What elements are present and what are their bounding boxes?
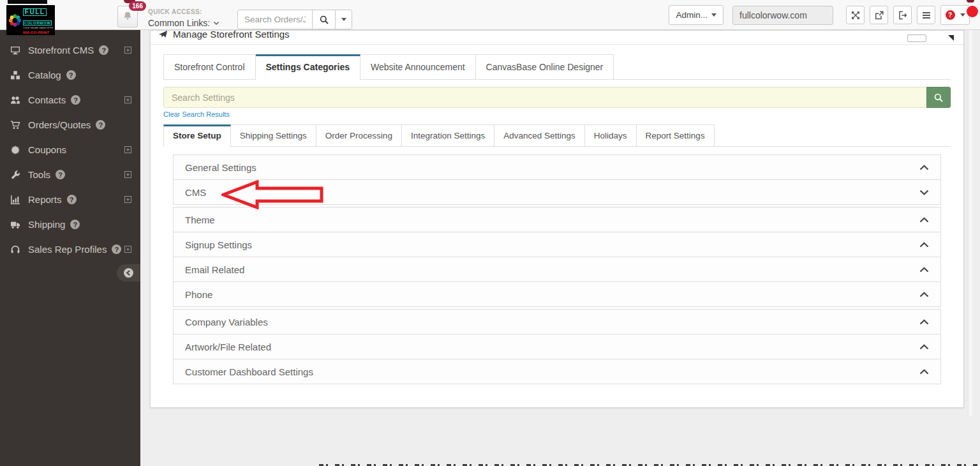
logo-text: FULL COLORWOW YOUR ONLINE ONESTOP PRINTS…: [23, 6, 53, 35]
common-links-dropdown[interactable]: Common Links:: [148, 18, 219, 28]
chevron-up-icon[interactable]: [919, 292, 929, 297]
topbar-right-group: Admin... fullcolorwow.com: [669, 5, 970, 25]
admin-menu-button[interactable]: Admin...: [669, 5, 724, 25]
notifications-button[interactable]: 166: [117, 6, 138, 27]
bell-icon: [122, 11, 133, 21]
category-tab-report-settings[interactable]: Report Settings: [637, 124, 715, 146]
chevron-down-icon[interactable]: [919, 190, 929, 195]
magnifier-icon: [319, 15, 329, 25]
help-icon[interactable]: ?: [70, 220, 80, 229]
fullscreen-button[interactable]: [846, 6, 865, 24]
panel-collapse-button[interactable]: [907, 34, 926, 42]
category-tab-shipping-settings[interactable]: Shipping Settings: [231, 124, 316, 146]
company-logo[interactable]: FULL COLORWOW YOUR ONLINE ONESTOP PRINTS…: [6, 5, 55, 35]
category-tab-order-processing[interactable]: Order Processing: [316, 124, 402, 146]
settings-search-input[interactable]: [163, 87, 927, 108]
wrench-icon: [9, 170, 21, 180]
collapse-left-icon: [123, 267, 134, 278]
expand-plus-icon[interactable]: [124, 246, 131, 253]
open-site-button[interactable]: [870, 6, 888, 24]
sidebar-item-catalog[interactable]: Catalog?: [0, 63, 140, 87]
section-label: Signup Settings: [185, 239, 252, 250]
section-label: Customer Dashboard Settings: [185, 366, 313, 377]
sidebar-item-contacts[interactable]: Contacts?: [0, 87, 140, 112]
sidebar-item-shipping[interactable]: Shipping?: [0, 212, 140, 237]
section-customer-dashboard-settings[interactable]: Customer Dashboard Settings: [173, 359, 941, 384]
sidebar-item-label: Reports: [28, 194, 62, 205]
tab-settings-categories[interactable]: Settings Categories: [256, 54, 360, 80]
expand-plus-icon[interactable]: [124, 171, 131, 178]
section-company-variables[interactable]: Company Variables: [173, 309, 941, 334]
sidebar-item-orders-quotes[interactable]: Orders/Quotes?: [0, 112, 140, 137]
chevron-down-small-icon: [213, 21, 219, 26]
chevron-up-icon[interactable]: [919, 217, 929, 223]
help-icon[interactable]: ?: [66, 70, 76, 80]
settings-sections-accordion: General SettingsCMSThemeSignup SettingsE…: [173, 154, 941, 384]
help-icon[interactable]: ?: [99, 45, 108, 55]
orders-search-group: [237, 10, 352, 29]
logout-button[interactable]: [893, 6, 912, 24]
scrollbar[interactable]: [968, 30, 972, 416]
section-email-related[interactable]: Email Related: [173, 257, 941, 282]
sidebar-item-reports[interactable]: Reports?: [0, 187, 140, 212]
settings-search-button[interactable]: [926, 87, 951, 108]
help-icon[interactable]: ?: [96, 120, 105, 130]
orders-search-button[interactable]: [312, 10, 336, 29]
sidebar-item-storefront-cms[interactable]: Storefront CMS?: [0, 38, 140, 63]
orders-search-input[interactable]: [237, 10, 313, 29]
expand-plus-icon[interactable]: [124, 196, 131, 203]
expand-plus-icon[interactable]: [124, 146, 131, 153]
section-signup-settings[interactable]: Signup Settings: [173, 232, 941, 257]
section-label: General Settings: [185, 162, 256, 173]
category-tab-integration-settings[interactable]: Integration Settings: [402, 124, 494, 146]
section-theme[interactable]: Theme: [173, 207, 941, 232]
section-phone[interactable]: Phone: [173, 282, 941, 307]
chevron-up-icon[interactable]: [919, 267, 929, 273]
page-title: Manage Storefront Settings: [173, 31, 290, 40]
tab-canvasbase-online-designer[interactable]: CanvasBase Online Designer: [476, 54, 614, 79]
section-label: CMS: [185, 187, 206, 198]
expand-plus-icon[interactable]: [124, 47, 131, 54]
category-tab-advanced-settings[interactable]: Advanced Settings: [494, 124, 585, 146]
chevron-up-icon[interactable]: [919, 369, 929, 375]
sidebar-item-coupons[interactable]: Coupons: [0, 137, 140, 162]
panel-corner-icon: [948, 35, 954, 41]
sidebar-item-sales-rep-profiles[interactable]: Sales Rep Profiles?: [0, 237, 140, 262]
tab-website-announcement[interactable]: Website Announcement: [360, 54, 476, 79]
help-icon[interactable]: ?: [56, 170, 65, 179]
sidebar-item-label: Contacts: [28, 94, 66, 105]
sidebar-collapse-button[interactable]: [117, 264, 140, 282]
category-tab-store-setup[interactable]: Store Setup: [163, 124, 231, 147]
help-icon[interactable]: ?: [67, 195, 77, 204]
desktop-icon: [9, 45, 21, 56]
sidebar-item-tools[interactable]: Tools?: [0, 162, 140, 187]
topbar: FULL COLORWOW YOUR ONLINE ONESTOP PRINTS…: [0, 0, 980, 30]
storefront-domain-field[interactable]: fullcolorwow.com: [732, 6, 833, 25]
chevron-up-icon[interactable]: [919, 165, 929, 170]
help-icon[interactable]: ?: [112, 244, 121, 254]
category-tab-holidays[interactable]: Holidays: [585, 124, 637, 146]
help-menu-button[interactable]: ?: [940, 5, 970, 25]
chevron-up-icon[interactable]: [919, 242, 929, 248]
section-label: Artwork/File Related: [185, 342, 271, 352]
color-wheel-icon: [8, 7, 22, 34]
notification-badge: 166: [129, 1, 146, 11]
caret-down-icon: [341, 18, 346, 21]
expand-plus-icon[interactable]: [124, 96, 131, 103]
panel-body: Storefront ControlSettings CategoriesWeb…: [151, 45, 963, 407]
common-links-label: Common Links:: [148, 18, 210, 28]
admin-menu-label: Admin...: [676, 10, 708, 20]
menu-button[interactable]: [917, 6, 935, 24]
orders-search-options-button[interactable]: [335, 10, 352, 29]
chevron-up-icon[interactable]: [919, 319, 929, 325]
help-icon[interactable]: ?: [71, 95, 80, 105]
section-artwork-file-related[interactable]: Artwork/File Related: [173, 334, 941, 359]
logo-tagline: YOUR ONLINE ONESTOP PRINTSHOP: [23, 27, 53, 30]
section-general-settings[interactable]: General Settings: [173, 154, 941, 180]
sidebar-nav: Storefront CMS?Catalog?Contacts?Orders/Q…: [0, 38, 140, 262]
caret-down-icon: [711, 13, 716, 17]
clear-search-results-link[interactable]: Clear Search Results: [163, 110, 230, 118]
chevron-up-icon[interactable]: [919, 344, 929, 350]
section-cms[interactable]: CMS: [173, 179, 941, 205]
tab-storefront-control[interactable]: Storefront Control: [163, 54, 256, 79]
